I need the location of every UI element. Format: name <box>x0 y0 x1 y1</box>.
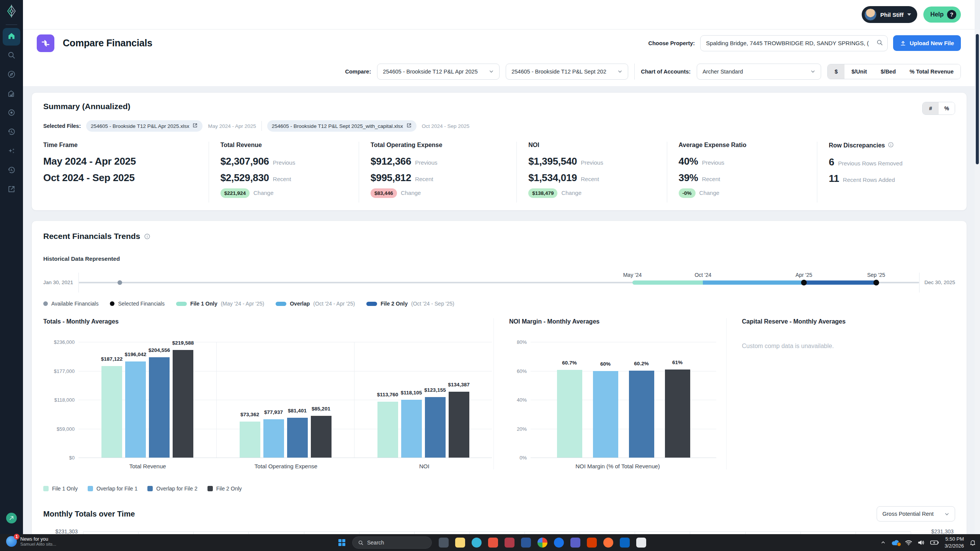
taskbar-app-task-view-icon[interactable] <box>439 538 449 548</box>
user-menu[interactable]: Phil Stiff <box>862 6 918 23</box>
metric-value: $1,395,540 <box>528 155 577 167</box>
timeline-track[interactable]: May '24Oct '24Apr '25Sep '25 <box>78 282 919 283</box>
bar-total-revenue-overlap-for-file-1[interactable]: $196,042 <box>125 361 146 458</box>
page-scrollbar[interactable] <box>975 29 980 534</box>
sidebar-item-history[interactable] <box>3 124 20 141</box>
sidebar-item-home[interactable] <box>3 28 20 46</box>
bar-total-operating-expense-overlap-for-file-1[interactable]: $77,937 <box>263 419 284 458</box>
sidebar-item-external-link[interactable] <box>3 181 20 199</box>
app-logo-icon[interactable] <box>5 5 18 19</box>
file-chip-2[interactable]: 254605 - Brookside T12 P&L Sept 2025_wit… <box>267 120 416 132</box>
bar-noi-overlap-for-file-1[interactable]: $118,105 <box>401 400 422 458</box>
sidebar-bottom-icon[interactable] <box>6 513 17 523</box>
bar-noi-margin-overlap-for-file-1[interactable]: 60% <box>593 371 618 458</box>
metric-row-label: Recent Rows Added <box>843 177 895 183</box>
bar-value-label: $196,042 <box>125 352 146 357</box>
wifi-icon[interactable] <box>905 540 912 546</box>
taskbar-app-outlook-icon[interactable] <box>620 538 630 548</box>
upload-icon <box>900 40 906 46</box>
bar-total-operating-expense-file-2-only[interactable]: $85,201 <box>311 416 332 458</box>
monthly-metric-dropdown[interactable]: Gross Potential Rent <box>877 506 955 522</box>
timeline-end-tick <box>78 273 79 293</box>
volume-icon[interactable] <box>918 540 925 546</box>
metric-row: 6Previous Rows Removed <box>829 156 947 168</box>
sidebar-item-compass[interactable] <box>3 66 20 84</box>
legend-range: (Oct '24 - Apr '25) <box>313 301 355 307</box>
taskbar-app-word-icon[interactable] <box>521 538 531 548</box>
selected-financials-dot[interactable] <box>873 280 879 285</box>
taskbar-app-edge-icon[interactable] <box>472 538 482 548</box>
clock-time: 5:50 PM <box>944 536 964 543</box>
page-content: Summary (Annualized) #% Selected Files: … <box>23 86 975 534</box>
chart-of-accounts-dropdown[interactable]: Archer Standard <box>697 64 821 80</box>
sidebar-item-portfolio[interactable] <box>3 85 20 103</box>
external-link-icon[interactable] <box>406 123 412 129</box>
timeline-marker-label: May '24 <box>623 272 642 278</box>
external-link-icon[interactable] <box>192 123 198 129</box>
widgets-button[interactable]: 1 News for you Samuel Alito sits... <box>3 535 59 548</box>
file1-dropdown[interactable]: 254605 - Brookside T12 P&L Apr 2025 <box>377 64 500 80</box>
summary-metrics: Time FrameMay 2024 - Apr 2025Oct 2024 - … <box>43 142 955 203</box>
taskbar-app-teams-icon[interactable] <box>570 538 580 548</box>
file-chip-1[interactable]: 254605 - Brookside T12 P&L Apr 2025.xlsx <box>86 120 203 132</box>
taskbar-app-chrome-icon[interactable] <box>537 538 547 548</box>
capital-reserve-empty-message: Custom comp data is unavailable. <box>742 343 955 350</box>
timeline-segment-file2-only <box>804 280 876 284</box>
hidden-icons-chevron[interactable] <box>880 540 886 545</box>
taskbar-app-file-explorer-icon[interactable] <box>455 538 465 548</box>
sidebar-item-search[interactable] <box>3 47 20 65</box>
unit-option-[interactable]: $ <box>828 64 844 79</box>
bar-noi-overlap-for-file-2[interactable]: $123,155 <box>425 397 446 458</box>
battery-icon[interactable] <box>930 540 939 545</box>
taskbar-clock[interactable]: 5:50 PM 3/2/2026 <box>944 536 964 549</box>
taskbar-search[interactable]: Search <box>352 536 432 549</box>
sidebar-item-target[interactable] <box>3 105 20 122</box>
bar-noi-margin-file-1-only[interactable]: 60.7% <box>557 370 582 458</box>
info-icon[interactable] <box>144 233 150 240</box>
bar-noi-margin-overlap-for-file-2[interactable]: 60.2% <box>629 371 654 458</box>
file2-dropdown[interactable]: 254605 - Brookside T12 P&L Sept 202 <box>506 64 628 80</box>
bar-total-operating-expense-overlap-for-file-2[interactable]: $81,401 <box>287 418 308 458</box>
scrollbar-thumb[interactable] <box>976 34 979 164</box>
unit-option-total-revenue[interactable]: % Total Revenue <box>903 64 960 79</box>
x-axis-category-label: Total Revenue <box>78 463 217 469</box>
bar-noi-margin-file-2-only[interactable]: 61% <box>665 370 690 458</box>
taskbar-app-notepad-icon[interactable] <box>636 538 646 548</box>
number-percent-toggle: #% <box>922 102 955 115</box>
bar-noi-file-1-only[interactable]: $113,760 <box>377 402 398 458</box>
gridline <box>531 458 716 458</box>
onedrive-icon[interactable] <box>891 540 900 546</box>
start-button[interactable] <box>335 536 348 549</box>
summary-card: Summary (Annualized) #% Selected Files: … <box>31 92 967 211</box>
upload-new-file-button[interactable]: Upload New File <box>893 35 961 51</box>
info-icon[interactable] <box>888 142 894 149</box>
display-option-[interactable]: % <box>939 102 955 114</box>
bar-value-label: 60% <box>600 361 611 367</box>
help-button[interactable]: Help ? <box>923 7 961 23</box>
unit-option-unit[interactable]: $/Unit <box>844 64 874 79</box>
totals-chart-panel: Totals - Monthly Averages $236,000$177,0… <box>43 318 493 469</box>
taskbar-app-app-maroon-icon[interactable] <box>505 538 514 548</box>
bar-total-operating-expense-file-1-only[interactable]: $73,362 <box>240 422 260 458</box>
bar-total-revenue-file-1-only[interactable]: $187,122 <box>101 366 122 458</box>
sidebar-item-recent-activity[interactable] <box>3 162 20 180</box>
display-option-[interactable]: # <box>923 102 939 114</box>
sidebar-item-sparkles[interactable] <box>3 143 20 160</box>
unit-option-bed[interactable]: $/Bed <box>874 64 903 79</box>
property-search-input[interactable] <box>700 35 888 51</box>
notification-bell-icon[interactable]: z <box>969 539 976 546</box>
metric-row: $2,307,906Previous <box>220 155 351 167</box>
taskbar-app-app-orange-red-icon[interactable] <box>587 538 597 548</box>
taskbar-app-firefox-icon[interactable] <box>603 538 613 548</box>
selected-financials-dot[interactable] <box>801 280 807 285</box>
taskbar-app-app-blue-icon[interactable] <box>554 538 564 548</box>
bar-total-revenue-file-2-only[interactable]: $219,588 <box>173 350 193 458</box>
bar-total-revenue-overlap-for-file-2[interactable]: $204,556 <box>149 357 170 458</box>
metric-value: 11 <box>829 173 839 185</box>
bar-group-noi: $113,760$118,105$123,155$134,387 <box>354 342 492 458</box>
taskbar-app-app-red-icon[interactable] <box>488 538 498 548</box>
bar-noi-file-2-only[interactable]: $134,387 <box>449 392 469 458</box>
bar-value-label: $118,105 <box>401 390 422 396</box>
search-icon <box>7 51 16 61</box>
y-axis-tick: $236,000 <box>43 339 75 345</box>
